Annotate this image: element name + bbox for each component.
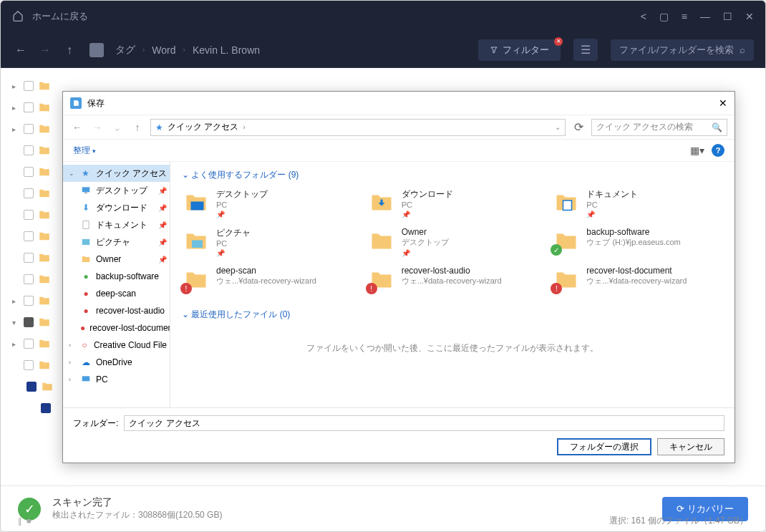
folder-item[interactable]: ダウンロードPC📌: [367, 188, 538, 218]
sidebar-label: PC: [96, 374, 108, 385]
chevron-right-icon: ›: [183, 46, 185, 54]
search-placeholder: ファイル/フォルダーを検索: [619, 44, 734, 57]
folder-name: ダウンロード: [402, 188, 453, 200]
folder-icon: !: [552, 266, 581, 294]
dialog-search-box[interactable]: クイック アクセスの検索 🔍: [591, 119, 727, 136]
search-icon: 🔍: [712, 122, 722, 132]
sidebar-onedrive[interactable]: ›☁ OneDrive: [63, 354, 170, 371]
sidebar-label: クイック アクセス: [96, 168, 167, 180]
view-mode-button[interactable]: ☰: [573, 39, 598, 61]
sidebar-recover-doc[interactable]: ● recover-lost-document: [63, 319, 170, 337]
up-button[interactable]: ↑: [61, 44, 78, 57]
dialog-close-button[interactable]: ✕: [719, 97, 727, 109]
dialog-titlebar: 保存 ✕: [63, 92, 735, 115]
sidebar-label: ドキュメント: [96, 219, 147, 231]
share-icon[interactable]: <: [641, 11, 646, 22]
pin-icon: 📌: [158, 238, 167, 246]
folder-location: ウェ...¥data-recovery-wizard: [216, 276, 316, 286]
dropdown-icon[interactable]: ⌄: [555, 123, 561, 131]
tag-label[interactable]: タグ: [115, 44, 135, 57]
filter-label: フィルター: [503, 44, 549, 57]
pin-icon: 📌: [586, 211, 638, 218]
folder-location: PC: [402, 200, 453, 209]
folder-item[interactable]: ドキュメントPC📌: [552, 188, 723, 218]
maximize-icon[interactable]: ☐: [723, 11, 732, 22]
section-frequent-folders[interactable]: よく使用するフォルダー (9): [182, 169, 723, 181]
cancel-button[interactable]: キャンセル: [657, 438, 724, 455]
path-box[interactable]: ★ クイック アクセス › ⌄: [150, 119, 566, 136]
back-button[interactable]: ←: [12, 44, 29, 57]
star-icon: ★: [155, 122, 163, 132]
pause-icon[interactable]: ‖: [18, 516, 22, 526]
selection-info: 選択: 161 個のファイル（1.47 GB）: [609, 515, 748, 527]
folder-item[interactable]: !recover-lost-audioウェ...¥data-recovery-w…: [367, 266, 538, 294]
minimize-icon[interactable]: —: [700, 11, 710, 22]
sidebar-label: recover-lost-audio: [96, 306, 165, 316]
dialog-forward-button[interactable]: →: [90, 122, 105, 133]
stop-icon[interactable]: ■: [26, 516, 31, 526]
sidebar-recover-audio[interactable]: ● recover-lost-audio: [63, 302, 170, 319]
folder-item[interactable]: ✓backup-softwareウェブ (H:)¥jp.easeus.com: [552, 227, 723, 257]
svg-rect-4: [82, 376, 90, 381]
folder-icon: ✓: [552, 227, 581, 256]
folder-item[interactable]: デスクトップPC📌: [182, 188, 353, 218]
filter-button[interactable]: フィルター ✕: [478, 39, 561, 61]
app-window: ホームに戻る < ▢ ≡ — ☐ ✕ ← → ↑ タグ › Word › Kev…: [0, 0, 766, 532]
folder-location: デスクトップ: [402, 237, 449, 248]
home-icon[interactable]: [12, 10, 24, 24]
box-icon[interactable]: ▢: [659, 11, 669, 22]
folder-icon: !: [367, 266, 396, 294]
sidebar-downloads[interactable]: ⬇ ダウンロード 📌: [63, 199, 170, 216]
folder-item[interactable]: ピクチャPC📌: [182, 227, 353, 257]
folder-item[interactable]: !recover-lost-documentウェ...¥data-recover…: [552, 266, 723, 294]
filter-icon: [490, 46, 498, 54]
folder-name: deep-scan: [216, 266, 316, 276]
folder-input[interactable]: [124, 415, 724, 431]
sidebar-pc[interactable]: › PC: [63, 371, 170, 388]
section-recent-files[interactable]: 最近使用したファイル (0): [182, 309, 723, 321]
select-folder-button[interactable]: フォルダーの選択: [557, 438, 651, 455]
sidebar-owner[interactable]: Owner 📌: [63, 251, 170, 268]
folder-item[interactable]: !deep-scanウェ...¥data-recovery-wizard: [182, 266, 353, 294]
crumb-author[interactable]: Kevin L. Brown: [193, 44, 260, 56]
main-pane: よく使用するフォルダー (9) デスクトップPC📌ダウンロードPC📌ドキュメント…: [170, 162, 735, 407]
sidebar-label: Creative Cloud File: [94, 340, 167, 350]
playback-controls: ‖ ■: [18, 516, 31, 526]
search-box[interactable]: ファイル/フォルダーを検索 ⌕: [611, 39, 754, 61]
dialog-footer: フォルダー: フォルダーの選択 キャンセル: [63, 407, 735, 463]
svg-rect-7: [192, 241, 203, 248]
svg-rect-0: [82, 187, 90, 192]
dialog-sidebar: ⌄★ クイック アクセス デスクトップ 📌 ⬇ ダウンロード 📌 ドキュメント …: [63, 162, 170, 407]
folder-item[interactable]: Ownerデスクトップ📌: [367, 227, 538, 257]
folder-icon: [182, 188, 210, 217]
dialog-recent-button[interactable]: ⌄: [110, 122, 125, 133]
help-button[interactable]: ?: [712, 144, 724, 157]
home-label[interactable]: ホームに戻る: [32, 10, 88, 23]
sidebar-desktop[interactable]: デスクトップ 📌: [63, 182, 170, 199]
crumb-word[interactable]: Word: [152, 44, 175, 56]
dialog-search-placeholder: クイック アクセスの検索: [596, 121, 693, 133]
menu-icon[interactable]: ≡: [682, 11, 687, 22]
close-icon[interactable]: ✕: [745, 11, 754, 22]
sidebar-creative-cloud[interactable]: ›○ Creative Cloud File: [63, 337, 170, 354]
chevron-right-icon: ›: [142, 46, 145, 54]
refresh-button[interactable]: ⟳: [571, 120, 586, 134]
sidebar-label: OneDrive: [96, 357, 132, 367]
dialog-back-button[interactable]: ←: [70, 122, 84, 133]
titlebar: ホームに戻る < ▢ ≡ — ☐ ✕: [1, 1, 765, 32]
save-dialog: 保存 ✕ ← → ⌄ ↑ ★ クイック アクセス › ⌄ ⟳ クイック アクセス…: [62, 91, 735, 463]
forward-button[interactable]: →: [37, 44, 54, 57]
pin-icon: 📌: [402, 211, 453, 218]
sidebar-pictures[interactable]: ピクチャ 📌: [63, 233, 170, 251]
folder-location: ウェ...¥data-recovery-wizard: [402, 276, 502, 286]
view-options-button[interactable]: ▦▾: [690, 145, 704, 156]
sidebar-documents[interactable]: ドキュメント 📌: [63, 216, 170, 233]
dialog-up-button[interactable]: ↑: [130, 122, 145, 133]
status-detail: 検出されたファイル：308868個(120.50 GB): [52, 509, 222, 521]
svg-rect-1: [84, 193, 87, 193]
organize-button[interactable]: 整理: [73, 145, 96, 157]
sidebar-backup[interactable]: ● backup-software: [63, 268, 170, 285]
sidebar-deep-scan[interactable]: ● deep-scan: [63, 285, 170, 302]
button-row: フォルダーの選択 キャンセル: [73, 438, 724, 455]
sidebar-quick-access[interactable]: ⌄★ クイック アクセス: [63, 165, 170, 182]
